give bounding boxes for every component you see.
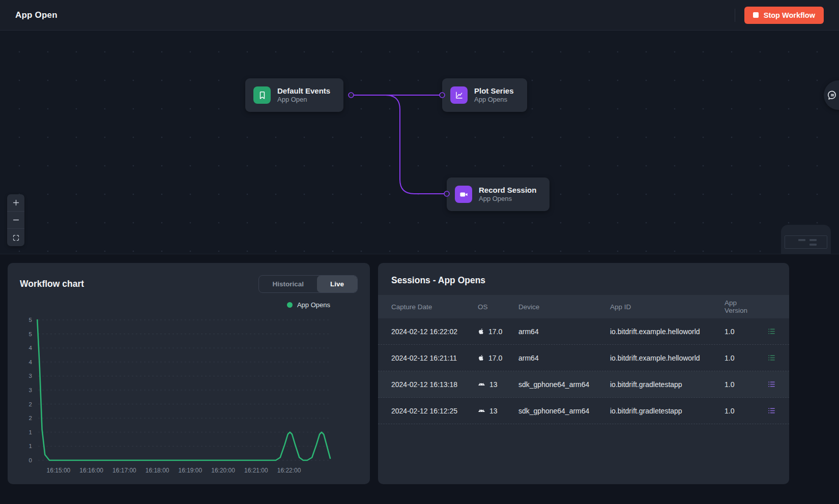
y-tick-label: 2 [29,415,32,421]
y-tick-label: 4 [29,345,33,351]
y-tick-label: 1 [29,429,32,435]
session-row[interactable]: 2024-02-12 16:12:2513sdk_gphone64_arm64i… [378,398,789,424]
node-default-events[interactable]: Default Events App Open [245,78,343,112]
session-device: arm64 [518,328,610,336]
chat-bubble-icon [826,89,838,101]
sessions-table-body: 2024-02-12 16:22:0217.0arm64io.bitdrift.… [378,318,789,424]
session-device: sdk_gphone64_arm64 [518,380,610,389]
y-tick-label: 2 [29,401,32,407]
android-icon [478,407,485,414]
sessions-panel-title: Sessions - App Opens [391,275,776,286]
page-title: App Open [15,10,57,20]
x-tick-label: 16:19:00 [179,467,202,474]
session-app-version: 1.0 [725,380,754,389]
x-tick-label: 16:22:00 [277,467,301,474]
bookmark-icon [253,86,271,104]
x-tick-label: 16:15:00 [47,467,71,474]
session-logs-button[interactable] [754,327,776,336]
node-plot-series[interactable]: Plot Series App Opens [442,78,527,112]
node-subtitle: App Open [277,96,330,104]
app-opens-line-chart: 5544332211016:15:0016:16:0016:17:0016:18… [20,313,358,481]
session-app-version: 1.0 [725,354,754,362]
toggle-historical[interactable]: Historical [259,276,317,292]
minimap-node [798,239,805,241]
session-app-id: io.bitdrift.gradletestapp [610,380,725,389]
x-tick-label: 16:16:00 [79,467,103,474]
session-app-version: 1.0 [725,328,754,336]
session-logs-button[interactable] [754,380,776,389]
session-os: 17.0 [478,328,518,336]
x-tick-label: 16:17:00 [112,467,136,474]
session-logs-list-icon [767,406,776,415]
legend-label: App Opens [297,301,330,309]
session-app-id: io.bitdrift.gradletestapp [610,407,725,415]
session-capture-date: 2024-02-12 16:22:02 [391,328,478,336]
historical-live-toggle: Historical Live [258,275,358,293]
apple-icon [478,354,484,362]
session-logs-list-icon [767,353,776,362]
workflow-edges [0,31,839,254]
zoom-in-button[interactable] [7,194,24,212]
y-tick-label: 3 [29,387,32,393]
y-tick-label: 5 [29,317,32,323]
y-tick-label: 0 [29,457,32,463]
minimap-node [809,239,817,241]
workflow-canvas[interactable]: Default Events App Open Plot Series App … [0,31,839,254]
session-logs-button[interactable] [754,406,776,415]
session-row[interactable]: 2024-02-12 16:22:0217.0arm64io.bitdrift.… [378,318,789,345]
session-app-id: io.bitdrift.example.helloworld [610,354,725,362]
col-device: Device [518,303,610,311]
node-subtitle: App Opens [479,195,536,203]
workflow-chart-panel: Workflow chart Historical Live App Opens… [8,263,370,484]
canvas-minimap[interactable] [781,225,831,254]
session-row[interactable]: 2024-02-12 16:13:1813sdk_gphone64_arm64i… [378,371,789,398]
col-capture-date: Capture Date [391,303,478,311]
col-os: OS [478,303,518,311]
col-app-version: App Version [725,299,754,314]
top-bar: App Open Stop Workflow [0,0,839,31]
session-logs-list-icon [767,380,776,389]
stop-workflow-label: Stop Workflow [764,11,815,19]
line-chart-icon [450,86,468,104]
session-app-id: io.bitdrift.example.helloworld [610,328,725,336]
session-logs-list-icon [767,327,776,336]
col-app-id: App ID [610,303,725,311]
edge-default-events-record-session[interactable] [351,95,447,194]
session-device: arm64 [518,354,610,362]
session-row[interactable]: 2024-02-12 16:21:1117.0arm64io.bitdrift.… [378,345,789,371]
video-camera-icon [455,186,472,203]
y-tick-label: 5 [29,331,32,337]
session-logs-button[interactable] [754,353,776,362]
x-tick-label: 16:18:00 [146,467,169,474]
port-default-events-out[interactable] [349,93,354,98]
chart-panel-title: Workflow chart [20,279,84,289]
session-os: 13 [478,380,518,389]
y-tick-label: 4 [29,359,33,365]
node-subtitle: App Opens [474,96,514,104]
session-capture-date: 2024-02-12 16:21:11 [391,354,478,362]
topbar-divider [735,9,735,22]
y-tick-label: 1 [29,443,32,449]
toggle-live[interactable]: Live [317,276,357,292]
session-device: sdk_gphone64_arm64 [518,407,610,415]
feedback-chat-button[interactable] [824,80,839,110]
fit-view-button[interactable] [7,229,24,246]
session-capture-date: 2024-02-12 16:12:25 [391,407,478,415]
session-capture-date: 2024-02-12 16:13:18 [391,380,478,389]
x-tick-label: 16:20:00 [211,467,235,474]
node-record-session[interactable]: Record Session App Opens [447,177,549,211]
session-app-version: 1.0 [725,407,754,415]
zoom-out-button[interactable] [7,212,24,229]
node-title: Plot Series [474,86,514,96]
sessions-panel: Sessions - App Opens Capture Date OS Dev… [378,263,789,484]
series-line-app-opens [37,320,330,460]
node-title: Record Session [479,185,536,195]
legend-dot-app-opens [287,302,293,308]
apple-icon [478,328,484,335]
y-tick-label: 3 [29,373,32,379]
chart-legend: App Opens [20,297,358,313]
sessions-table-header: Capture Date OS Device App ID App Versio… [378,295,789,318]
stop-workflow-button[interactable]: Stop Workflow [744,7,824,24]
minimap-viewport [785,235,827,249]
minimap-node [809,244,817,246]
